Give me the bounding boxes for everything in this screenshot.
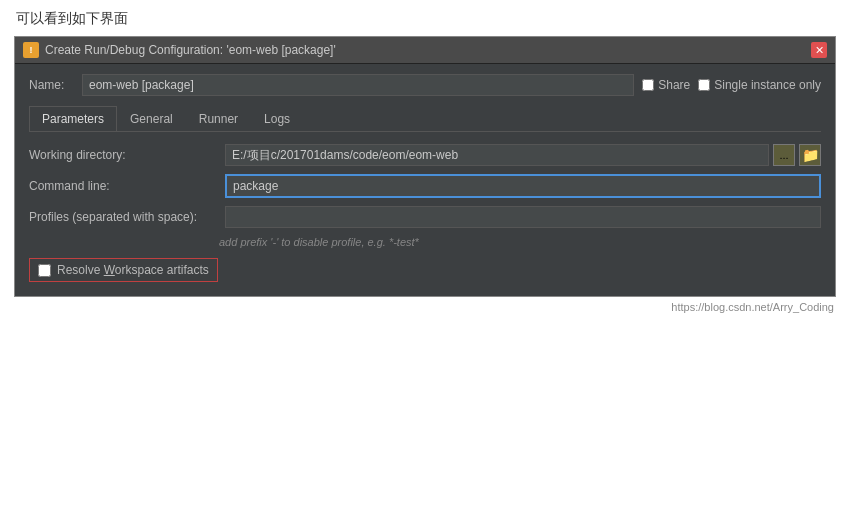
title-bar-left: ! Create Run/Debug Configuration: 'eom-w… — [23, 42, 336, 58]
share-checkbox[interactable] — [642, 79, 654, 91]
top-instruction: 可以看到如下界面 — [0, 0, 850, 36]
single-instance-checkbox-label[interactable]: Single instance only — [698, 78, 821, 92]
single-instance-label: Single instance only — [714, 78, 821, 92]
name-label: Name: — [29, 78, 74, 92]
name-row: Name: Share Single instance only — [29, 74, 821, 96]
working-directory-label: Working directory: — [29, 148, 219, 162]
working-directory-row: Working directory: ... 📁 — [29, 144, 821, 166]
tab-runner[interactable]: Runner — [186, 106, 251, 131]
profiles-input[interactable] — [225, 206, 821, 228]
working-directory-input[interactable] — [225, 144, 769, 166]
profiles-label: Profiles (separated with space): — [29, 210, 219, 224]
dialog-title: Create Run/Debug Configuration: 'eom-web… — [45, 43, 336, 57]
browse-dots-button[interactable]: ... — [773, 144, 795, 166]
profiles-row: Profiles (separated with space): — [29, 206, 821, 228]
tab-logs[interactable]: Logs — [251, 106, 303, 131]
share-checkbox-label[interactable]: Share — [642, 78, 690, 92]
tab-parameters[interactable]: Parameters — [29, 106, 117, 131]
command-line-input[interactable] — [225, 174, 821, 198]
browse-folder-button[interactable]: 📁 — [799, 144, 821, 166]
command-line-row: Command line: — [29, 174, 821, 198]
dialog-content: Name: Share Single instance only Paramet… — [15, 64, 835, 296]
single-instance-checkbox[interactable] — [698, 79, 710, 91]
share-label: Share — [658, 78, 690, 92]
close-button[interactable]: ✕ — [811, 42, 827, 58]
bottom-url: https://blog.csdn.net/Arry_Coding — [0, 297, 850, 317]
command-line-label: Command line: — [29, 179, 219, 193]
tab-bar: Parameters General Runner Logs — [29, 106, 821, 132]
run-debug-dialog: ! Create Run/Debug Configuration: 'eom-w… — [14, 36, 836, 297]
tab-general[interactable]: General — [117, 106, 186, 131]
profiles-hint: add prefix '-' to disable profile, e.g. … — [219, 236, 821, 248]
resolve-workspace-checkbox[interactable] — [38, 264, 51, 277]
name-input[interactable] — [82, 74, 634, 96]
resolve-workspace-label: Resolve Workspace artifacts — [57, 263, 209, 277]
title-bar: ! Create Run/Debug Configuration: 'eom-w… — [15, 37, 835, 64]
working-directory-input-row: ... 📁 — [225, 144, 821, 166]
folder-icon: 📁 — [802, 147, 819, 163]
dialog-icon: ! — [23, 42, 39, 58]
share-options: Share Single instance only — [642, 78, 821, 92]
resolve-workspace-row: Resolve Workspace artifacts — [29, 258, 218, 282]
